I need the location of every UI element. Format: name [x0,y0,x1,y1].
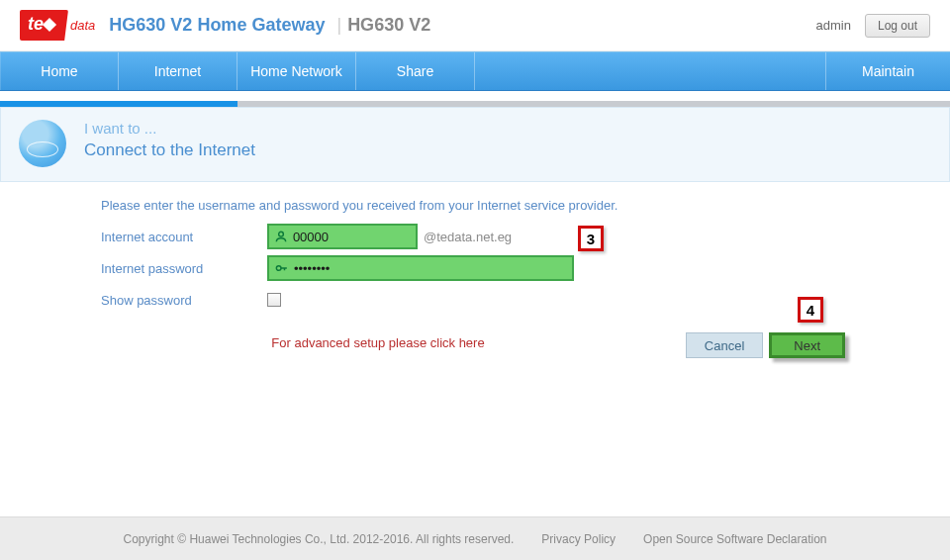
wizard-form: Please enter the username and password y… [0,182,950,420]
password-input[interactable] [290,261,566,276]
header: te data HG630 V2 Home Gateway | HG630 V2… [0,0,950,51]
wizard-header: I want to ... Connect to the Internet [0,107,950,182]
account-field[interactable] [267,224,418,249]
svg-point-1 [277,266,282,271]
current-user: admin [816,18,851,33]
footer-copyright: Copyright © Huawei Technologies Co., Ltd… [124,532,515,546]
password-field-wrap [267,255,574,281]
account-suffix: @tedata.net.eg [424,230,512,244]
logo-mark: te [20,10,68,41]
label-show-password: Show password [101,293,267,308]
annotation-4: 4 [798,297,823,323]
label-password: Internet password [101,261,267,276]
annotation-3: 3 [578,226,604,251]
brand-logo: te data [20,10,95,41]
globe-icon [19,120,66,167]
row-account: Internet account @tedata.net.eg [101,223,930,250]
wizard-lead: I want to ... [84,120,255,137]
show-password-checkbox[interactable] [267,293,281,307]
wizard-progress [0,101,950,107]
wizard-titles: I want to ... Connect to the Internet [84,120,255,160]
nav-home-network[interactable]: Home Network [238,52,356,90]
footer-oss-link[interactable]: Open Source Software Declaration [643,532,826,546]
product-model: HG630 V2 [347,15,430,36]
logo-diamond-icon [43,17,56,31]
form-instruction: Please enter the username and password y… [101,198,930,213]
nav-spacer [475,52,825,90]
main-nav: Home Internet Home Network Share Maintai… [0,51,950,91]
wizard-buttons: Cancel Next [686,332,845,358]
footer-privacy-link[interactable]: Privacy Policy [541,532,616,546]
wizard-progress-fill [0,101,238,107]
advanced-setup-link[interactable]: For advanced setup please click here [101,335,655,350]
user-icon [273,230,289,243]
next-button[interactable]: Next [769,332,845,358]
label-account: Internet account [101,230,267,244]
account-input[interactable] [289,230,410,244]
footer: Copyright © Huawei Technologies Co., Ltd… [0,516,950,560]
nav-maintain[interactable]: Maintain [825,52,950,90]
row-password: Internet password [101,254,930,282]
nav-home[interactable]: Home [0,52,119,90]
account-field-wrap: @tedata.net.eg [267,224,512,249]
nav-internet[interactable]: Internet [119,52,238,90]
logout-button[interactable]: Log out [865,14,930,38]
cancel-button[interactable]: Cancel [686,332,763,358]
title-separator: | [336,15,341,36]
header-right: admin Log out [816,14,930,38]
logo-text-2: data [70,18,95,33]
key-icon [273,261,290,275]
password-field[interactable] [267,255,574,281]
nav-share[interactable]: Share [356,52,475,90]
product-title: HG630 V2 Home Gateway [109,15,325,36]
svg-point-0 [279,232,284,236]
wizard-title: Connect to the Internet [84,140,255,160]
